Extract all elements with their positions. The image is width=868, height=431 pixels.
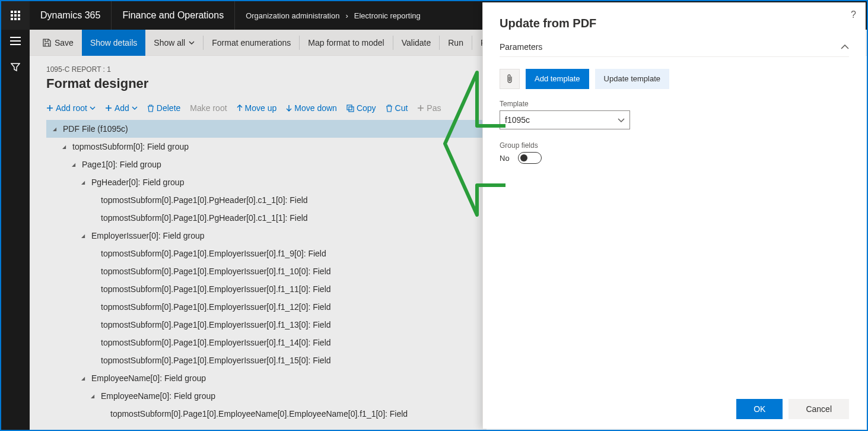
tree-label: Page1[0]: Field group (82, 160, 161, 169)
caret-icon[interactable]: ◢ (80, 376, 87, 381)
copy-button[interactable]: Copy (346, 103, 376, 113)
svg-rect-7 (14, 18, 17, 20)
filter-icon[interactable] (11, 63, 20, 72)
move-up-label: Move up (245, 103, 277, 113)
show-details-button[interactable]: Show details (82, 30, 145, 56)
group-fields-toggle[interactable] (518, 152, 542, 164)
tree-label: EmployerIssuer[0]: Field group (91, 231, 205, 240)
add-label: Add (115, 103, 129, 113)
chevron-right-icon: › (345, 11, 348, 20)
arrow-up-icon (237, 104, 243, 112)
map-format-label: Map format to model (308, 38, 384, 47)
waffle-menu[interactable] (1, 1, 30, 30)
run-button[interactable]: Run (440, 30, 472, 56)
hamburger-icon[interactable] (10, 37, 21, 45)
make-root-button: Make root (190, 103, 227, 113)
chevron-down-icon (189, 41, 195, 45)
tree-label: PDF File (f1095c) (63, 124, 128, 134)
run-label: Run (448, 38, 463, 47)
tree-label: topmostSubform[0].Page1[0].EmployeeName[… (110, 409, 408, 419)
chevron-down-icon (90, 106, 96, 110)
parameters-section-header[interactable]: Parameters (500, 42, 849, 57)
cut-label: Cut (395, 103, 408, 113)
parameters-label: Parameters (500, 42, 542, 52)
tree-label: topmostSubform[0].Page1[0].EmployerIssue… (101, 338, 331, 347)
svg-rect-1 (14, 11, 17, 13)
module-label[interactable]: Finance and Operations (112, 1, 235, 30)
caret-icon[interactable]: ◢ (80, 233, 87, 239)
brand-label[interactable]: Dynamics 365 (30, 1, 112, 30)
tree-label: topmostSubform[0].Page1[0].PgHeader[0].c… (101, 213, 308, 223)
tree-label: topmostSubform[0].Page1[0].EmployerIssue… (101, 249, 326, 258)
add-template-button[interactable]: Add template (526, 69, 589, 89)
left-rail (1, 30, 30, 430)
group-fields-label: Group fields (500, 141, 849, 150)
plus-icon (46, 104, 53, 112)
svg-rect-8 (18, 18, 20, 20)
format-enum-label: Format enumerations (212, 38, 291, 47)
flyout-title: Update from PDF (500, 17, 849, 30)
tree-label: topmostSubform[0]: Field group (72, 142, 189, 151)
delete-label: Delete (157, 103, 180, 113)
ok-button[interactable]: OK (736, 399, 783, 419)
template-select[interactable]: f1095c (500, 110, 630, 129)
help-icon[interactable]: ? (851, 9, 856, 20)
arrow-down-icon (286, 104, 292, 112)
template-field-label: Template (500, 100, 849, 108)
caret-icon[interactable]: ◢ (89, 394, 96, 399)
move-down-button[interactable]: Move down (286, 103, 337, 113)
svg-rect-6 (11, 18, 13, 20)
chevron-up-icon (841, 45, 849, 49)
svg-rect-4 (14, 14, 17, 17)
show-all-button[interactable]: Show all (145, 30, 203, 56)
move-up-button[interactable]: Move up (237, 103, 277, 113)
waffle-icon (11, 11, 20, 20)
breadcrumb-item[interactable]: Electronic reporting (354, 11, 421, 20)
caret-icon[interactable]: ◢ (80, 180, 87, 185)
tree-label: PgHeader[0]: Field group (91, 178, 184, 187)
format-enum-button[interactable]: Format enumerations (204, 30, 299, 56)
save-button[interactable]: Save (34, 30, 82, 56)
validate-button[interactable]: Validate (393, 30, 440, 56)
map-format-button[interactable]: Map format to model (300, 30, 392, 56)
tree-label: EmployeeName[0]: Field group (101, 391, 215, 401)
show-all-label: Show all (154, 38, 185, 47)
paperclip-icon (506, 74, 513, 84)
chevron-down-icon (618, 118, 625, 122)
svg-rect-2 (18, 11, 20, 13)
group-fields-row: No (500, 152, 849, 164)
flyout-footer: OK Cancel (500, 389, 849, 419)
breadcrumb: Organization administration › Electronic… (235, 1, 431, 30)
cut-icon (386, 104, 393, 112)
tree-label: topmostSubform[0].Page1[0].EmployerIssue… (101, 267, 331, 276)
paste-label: Pas (427, 103, 441, 113)
move-down-label: Move down (294, 103, 337, 113)
svg-rect-5 (18, 14, 20, 17)
add-button[interactable]: Add (105, 103, 138, 113)
plus-icon (105, 104, 112, 112)
tree-label: topmostSubform[0].Page1[0].EmployerIssue… (101, 284, 331, 294)
svg-rect-3 (11, 14, 13, 17)
update-template-button[interactable]: Update template (595, 69, 669, 89)
attachment-button[interactable] (500, 69, 520, 89)
svg-rect-13 (349, 107, 354, 112)
add-root-button[interactable]: Add root (46, 103, 96, 113)
cut-button[interactable]: Cut (386, 103, 408, 113)
caret-icon[interactable]: ◢ (61, 144, 68, 150)
cancel-button[interactable]: Cancel (788, 399, 849, 419)
caret-icon[interactable]: ◢ (51, 126, 58, 132)
delete-button[interactable]: Delete (147, 103, 180, 113)
breadcrumb-item[interactable]: Organization administration (246, 11, 339, 20)
save-icon (43, 39, 51, 47)
copy-icon (346, 104, 354, 112)
toggle-knob (520, 154, 527, 161)
template-value: f1095c (505, 115, 530, 125)
plus-icon (417, 104, 424, 112)
caret-icon[interactable]: ◢ (70, 162, 77, 167)
group-fields-value: No (500, 154, 510, 163)
chevron-down-icon (132, 106, 138, 110)
make-root-label: Make root (190, 103, 227, 113)
validate-label: Validate (402, 38, 431, 47)
trash-icon (147, 104, 154, 112)
show-details-label: Show details (90, 38, 137, 47)
